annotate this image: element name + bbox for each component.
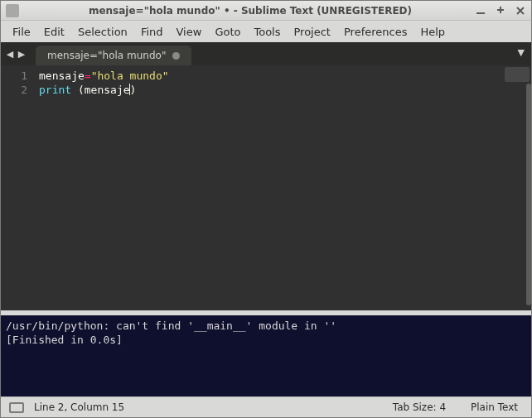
minimap[interactable] [505, 67, 530, 82]
token-plain: ( [71, 84, 85, 96]
code-area[interactable]: mensaje="hola mundo" print (mensaje) [32, 65, 531, 310]
minimize-button[interactable] [475, 5, 486, 17]
menu-find[interactable]: Find [134, 22, 170, 41]
token-variable: mensaje [85, 84, 130, 96]
menu-file[interactable]: File [6, 22, 37, 41]
titlebar: mensaje="hola mundo" • - Sublime Text (U… [1, 1, 531, 21]
code-line: print (mensaje) [39, 83, 531, 97]
menu-preferences[interactable]: Preferences [337, 22, 414, 41]
statusbar: Line 2, Column 15 Tab Size: 4 Plain Text [1, 396, 531, 417]
nav-forward-button[interactable]: ▶ [16, 42, 27, 65]
code-line: mensaje="hola mundo" [39, 69, 531, 83]
status-syntax[interactable]: Plain Text [471, 401, 518, 413]
token-string: "hola mundo" [91, 70, 169, 82]
build-output-panel[interactable]: /usr/bin/python: can't find '__main__' m… [1, 315, 531, 396]
menu-help[interactable]: Help [414, 22, 452, 41]
menu-view[interactable]: View [170, 22, 209, 41]
gutter: 1 2 [1, 65, 32, 310]
token-operator: = [85, 70, 91, 82]
tabbar: ◀ ▶ mensaje="hola mundo" ▼ [1, 42, 531, 65]
token-plain: ) [130, 84, 137, 96]
token-function: print [39, 84, 71, 96]
console-line: [Finished in 0.0s] [6, 334, 123, 346]
menu-edit[interactable]: Edit [37, 22, 71, 41]
dirty-indicator-icon [172, 52, 180, 60]
menubar: File Edit Selection Find View Goto Tools… [1, 21, 531, 42]
token-variable: mensaje [39, 70, 85, 82]
gutter-line: 2 [1, 83, 27, 97]
panel-switcher-icon[interactable] [9, 402, 24, 413]
menu-selection[interactable]: Selection [71, 22, 134, 41]
tab-dropdown-button[interactable]: ▼ [518, 47, 525, 58]
gutter-line: 1 [1, 69, 27, 83]
window-title: mensaje="hola mundo" • - Sublime Text (U… [26, 5, 475, 17]
status-position[interactable]: Line 2, Column 15 [34, 401, 393, 413]
close-button[interactable] [515, 5, 526, 17]
status-tabsize[interactable]: Tab Size: 4 [393, 401, 446, 413]
app-window: mensaje="hola mundo" • - Sublime Text (U… [0, 0, 532, 418]
tab-file[interactable]: mensaje="hola mundo" [36, 46, 191, 65]
menu-tools[interactable]: Tools [247, 22, 287, 41]
menu-project[interactable]: Project [287, 22, 336, 41]
app-icon [6, 4, 19, 17]
console-line: /usr/bin/python: can't find '__main__' m… [6, 320, 336, 332]
editor-pane[interactable]: 1 2 mensaje="hola mundo" print (mensaje) [1, 65, 531, 310]
maximize-button[interactable] [495, 5, 506, 17]
nav-back-button[interactable]: ◀ [4, 42, 16, 65]
scrollbar-vertical[interactable] [526, 84, 531, 305]
window-controls [475, 5, 526, 17]
menu-goto[interactable]: Goto [208, 22, 247, 41]
tab-label: mensaje="hola mundo" [47, 50, 166, 61]
